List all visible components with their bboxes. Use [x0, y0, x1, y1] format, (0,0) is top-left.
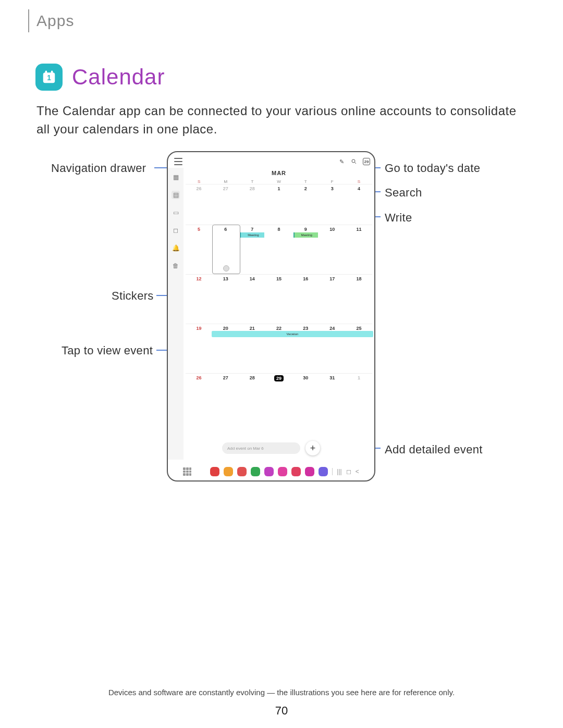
week-row: 2627282930311 — [186, 373, 372, 423]
page-title: Calendar — [72, 65, 165, 90]
view-year-icon[interactable]: ▦ — [172, 173, 180, 181]
app-drawer-icon[interactable] — [183, 467, 191, 476]
write-icon[interactable]: ✎ — [338, 158, 345, 165]
day-cell[interactable]: 13 — [212, 275, 239, 324]
day-cell[interactable]: 26 — [186, 184, 212, 225]
figure-area: Navigation drawer Stickers Tap to view e… — [0, 135, 563, 490]
dock-app-icon[interactable] — [278, 467, 287, 476]
day-cell[interactable]: 9Meeting — [292, 225, 319, 274]
day-cell[interactable]: 8 — [265, 225, 292, 274]
day-cell[interactable]: 4 — [346, 184, 372, 225]
day-cell[interactable]: 14 — [239, 275, 265, 324]
dock-app-icon[interactable] — [319, 467, 328, 476]
month-label: MAR — [186, 170, 372, 176]
dock-app-icon[interactable] — [251, 467, 260, 476]
weeks-container: 2627281234567Meeting89Meeting10111213141… — [186, 184, 372, 423]
calendar-grid: MAR SMTWTFS 2627281234567Meeting89Meetin… — [183, 168, 374, 460]
nav-button[interactable]: < — [356, 468, 359, 475]
day-cell[interactable]: 28 — [239, 184, 265, 225]
day-cell[interactable]: 26 — [186, 374, 212, 423]
nav-button[interactable]: ||| — [337, 468, 341, 475]
svg-rect-2 — [51, 71, 53, 74]
svg-text:1: 1 — [47, 74, 51, 82]
week-row: 567Meeting89Meeting1011 — [186, 225, 372, 274]
dock-app-icon[interactable] — [264, 467, 274, 476]
day-cell[interactable]: 19 — [186, 324, 212, 373]
day-cell[interactable]: 27 — [212, 374, 239, 423]
day-cell[interactable]: 5 — [186, 225, 212, 274]
page-number: 70 — [0, 704, 563, 718]
add-detailed-button[interactable]: + — [305, 441, 320, 455]
device-dock: |||◻< — [168, 467, 374, 476]
view-day-icon[interactable]: ◻ — [172, 226, 180, 235]
day-cell[interactable]: 30 — [292, 374, 319, 423]
day-cell[interactable]: 31 — [319, 374, 346, 423]
day-cell[interactable]: 29 — [265, 374, 292, 423]
svg-point-8 — [352, 159, 355, 163]
day-cell[interactable]: 10 — [319, 225, 346, 274]
footer-note: Devices and software are constantly evol… — [0, 688, 563, 697]
multiday-event[interactable]: Vacation — [212, 331, 373, 337]
calendar-app-icon: 1 — [35, 64, 63, 91]
day-cell[interactable]: 1 — [346, 374, 372, 423]
search-icon[interactable] — [350, 158, 358, 165]
day-cell[interactable]: 3 — [319, 184, 346, 225]
day-cell[interactable]: 2 — [292, 184, 319, 225]
day-cell[interactable]: 15 — [265, 275, 292, 324]
add-event-bar: Add event on Mar 6 + — [222, 441, 320, 455]
trash-icon[interactable]: 🗑 — [172, 262, 180, 270]
day-cell[interactable]: 12 — [186, 275, 212, 324]
week-row: 12131415161718 — [186, 274, 372, 324]
quick-add-input[interactable]: Add event on Mar 6 — [222, 442, 300, 454]
dock-app-icon[interactable] — [305, 467, 314, 476]
title-row: 1 Calendar — [35, 64, 563, 91]
view-week-icon[interactable]: ▭ — [172, 208, 180, 217]
sticker-icon[interactable] — [223, 265, 229, 272]
nav-button[interactable]: ◻ — [346, 468, 351, 475]
calendar-sidebar: ▦ ▤ ▭ ◻ 🔔 🗑 — [168, 168, 183, 460]
svg-line-9 — [355, 163, 357, 164]
day-cell[interactable]: 1 — [265, 184, 292, 225]
page-description: The Calendar app can be connected to you… — [36, 102, 527, 139]
day-cell[interactable]: 16 — [292, 275, 319, 324]
device-frame: ✎ 29 ▦ ▤ ▭ ◻ 🔔 🗑 MAR SMTWTFS 26272812345… — [167, 151, 375, 482]
reminder-icon[interactable]: 🔔 — [172, 244, 180, 252]
day-cell[interactable]: 7Meeting — [239, 225, 265, 274]
dock-app-icon[interactable] — [291, 467, 301, 476]
event-bar[interactable]: Meeting — [293, 232, 318, 238]
week-row: 2627281234 — [186, 184, 372, 225]
day-cell[interactable]: 27 — [212, 184, 239, 225]
svg-rect-1 — [45, 71, 47, 74]
view-month-icon[interactable]: ▤ — [172, 191, 180, 199]
day-cell[interactable]: 17 — [319, 275, 346, 324]
dock-app-icon[interactable] — [237, 467, 247, 476]
day-cell[interactable]: 28 — [239, 374, 265, 423]
dock-app-icon[interactable] — [224, 467, 233, 476]
day-cell[interactable]: 18 — [346, 275, 372, 324]
dock-app-icon[interactable] — [210, 467, 219, 476]
day-of-week-row: SMTWTFS — [186, 179, 372, 184]
today-icon[interactable]: 29 — [363, 158, 370, 165]
section-label: Apps — [36, 12, 74, 30]
day-cell[interactable]: 11 — [346, 225, 372, 274]
hamburger-icon[interactable] — [174, 158, 182, 165]
calendar-top-bar: ✎ 29 — [168, 152, 374, 168]
page-header: Apps — [28, 9, 563, 32]
event-bar[interactable]: Meeting — [240, 232, 264, 238]
